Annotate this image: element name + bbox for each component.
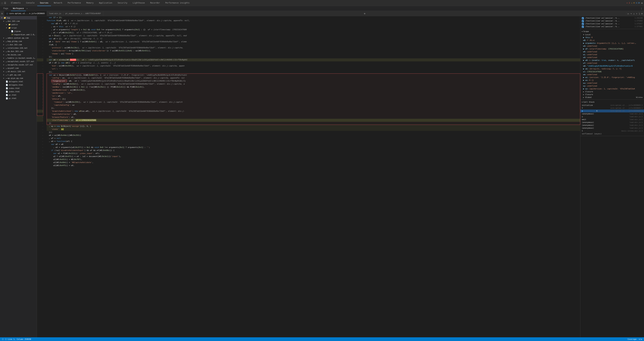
file-tab-load-min[interactable]: load.min.js <box>47 11 64 16</box>
deactivate-btn[interactable]: ⊖ <box>641 12 643 15</box>
tab-network[interactable]: Network <box>51 0 65 6</box>
sidebar-item-dun163[interactable]: ▶ ☁ dun.163.com <box>0 20 37 23</box>
watcher-item-1[interactable]: (function(){var w=['passive','d... 1:292… <box>580 17 644 20</box>
file-tab-pt-experience[interactable]: pt_experience_c...b8677592e4b98f <box>64 11 103 16</box>
sidebar-item-pc2[interactable]: 📄 pc.html <box>0 96 37 100</box>
watcher-checkbox-3[interactable] <box>582 23 584 25</box>
coverage-status: Coverage: n/a <box>628 338 642 340</box>
callstack-item-u[interactable]: u load.min.js:1 <box>580 115 644 118</box>
callstack-fn-async: setTimeout (async) <box>582 133 602 135</box>
tab-performance[interactable]: Performance <box>65 0 84 6</box>
watcher-val-3: 1:375917 <box>634 23 643 25</box>
sidebar-label: index.html <box>9 87 20 90</box>
watcher-item-2[interactable]: (function(){var w=['passive','d... 1:375… <box>580 20 644 22</box>
split-view-icon[interactable]: ⧉ <box>0 12 4 15</box>
scope-closure-1[interactable]: ▶ Closure <box>580 90 644 93</box>
sidebar-item-top[interactable]: ▼ 📁 top <box>0 16 37 20</box>
watcher-item-3[interactable]: (function(){var w=['passive','d... 1:375… <box>580 22 644 25</box>
watcher-item-4[interactable]: (function(){var w=['passive','d... 1:377… <box>580 25 644 28</box>
file-icon: 📄 <box>6 90 8 93</box>
sidebar-item-dadun163[interactable]: ▶ ☁ da.dun.163.com <box>0 50 37 53</box>
watcher-checkbox-2[interactable] <box>582 20 584 22</box>
tab-recorder[interactable]: Recorder <box>148 0 162 6</box>
sidebar-item-public[interactable]: ▶ 📁 public <box>0 23 37 26</box>
code-text-area[interactable]: var 17 = 12; function K(wB, wR) { wz = {… <box>45 16 580 167</box>
callstack-item-anon2[interactable]: (anonymous) load.min.js:1 <box>580 121 644 124</box>
callstack-item-K[interactable]: ● K core-optimi.v2....js?v=2838683:1 <box>580 110 644 112</box>
sidebar-item-tgdt[interactable]: ▶ ☁ t.gdt.qq.com <box>0 73 37 76</box>
tab-sources[interactable]: Sources <box>37 0 51 6</box>
sidebar-item-hubble[interactable]: ▶ ☁ hubble-js-bucket.nosdn.127.net <box>0 56 37 60</box>
resume-btn[interactable]: ▷ <box>628 12 629 15</box>
sidebar-item-bqq[interactable]: ▶ ☁ bqq.gtimg.com <box>0 40 37 43</box>
callstack-item-anon4[interactable]: (anonymous) load.min.js:1 <box>580 127 644 130</box>
settings-icon[interactable]: ⚙ <box>641 2 643 4</box>
tab-page[interactable]: Page <box>1 6 10 11</box>
callstack-section: ▼ Call Stack initialize core-optimi.v2..… <box>580 100 644 136</box>
callstack-title: Call Stack <box>583 101 594 103</box>
sidebar-item-neguardian[interactable]: JS neguardian.umd.1.0.0.js <box>0 33 37 36</box>
tab-memory[interactable]: Memory <box>84 0 96 6</box>
scope-local-header[interactable]: ▼ Local <box>580 33 644 36</box>
tab-perf-insights[interactable]: Performance insights <box>162 0 192 6</box>
watcher-checkbox-1[interactable] <box>582 17 584 19</box>
sidebar-item-trial[interactable]: ▼ 📁 trial <box>0 26 37 30</box>
arrow-icon: ▼ <box>6 27 8 29</box>
callstack-fn: emit <box>582 118 586 120</box>
step-out-btn[interactable]: ↑ <box>636 12 637 15</box>
status-icon: ⬡ <box>2 338 4 340</box>
sidebar-item-delegate1[interactable]: 📄 delegate.html <box>0 80 37 83</box>
callstack-item-anon3[interactable]: (anonymous) load.min.js:1 <box>580 124 644 127</box>
callstack-item-t[interactable]: t music-corona.min.js:1 <box>580 130 644 132</box>
sidebar-item-cdun163[interactable]: ▶ ☁ c.dun.163.com <box>0 43 37 46</box>
tab-elements[interactable]: Elements <box>8 0 23 6</box>
scope-global[interactable]: ▶ Global Window <box>580 96 644 99</box>
watcher-checkbox-4[interactable] <box>582 26 584 28</box>
sidebar-item-hmbaidu[interactable]: ▶ ☁ hm.baidu.com <box>0 53 37 56</box>
arrow-icon: ▶ <box>3 70 6 72</box>
sidebar-item-wpqiye[interactable]: ▶ ☁ wp.qiye.qq.com <box>0 76 37 80</box>
sidebar-menu-icon[interactable]: ⋮ <box>640 7 643 10</box>
file-icon: 📄 <box>6 87 8 90</box>
step-over-btn[interactable]: ↷ <box>630 12 632 15</box>
tab-lighthouse[interactable]: Lighthouse <box>130 0 148 6</box>
callstack-header[interactable]: ▼ Call Stack <box>580 100 644 104</box>
sidebar-item-index1[interactable]: 📄 index.html <box>0 86 37 90</box>
sidebar-item-delegate2[interactable]: 📄 delegate.html <box>0 83 37 86</box>
tab-console[interactable]: Console <box>23 0 37 6</box>
sidebar-item-qiyukf[interactable]: ▶ ☁ qiyukf.com <box>0 66 37 70</box>
sidebar-item-necaptcha[interactable]: ▶ ☁ necaptcha.nosdn.127.net <box>0 63 37 66</box>
format-icon[interactable]: ⊞ <box>364 12 365 15</box>
cloud-icon: ☁ <box>6 57 7 59</box>
code-editor[interactable]: - - - - - - - - - - - - - - - <box>37 16 580 341</box>
file-tab-core-optimi[interactable]: {} core-optimi.v2....n.js?v=2838683 <box>4 11 47 16</box>
tab-security[interactable]: Security <box>115 0 130 6</box>
callstack-item-initialize[interactable]: initialize core-optimi.v2....js?v=283868… <box>580 104 644 107</box>
scope-header[interactable]: ▼ Scope <box>580 30 644 33</box>
sidebar-item-index2[interactable]: 📄 index.html <box>0 90 37 93</box>
tab-workspace[interactable]: Workspace <box>11 6 26 11</box>
inspect-icon[interactable]: ⬚ <box>1 2 3 4</box>
status-right: Coverage: n/a <box>628 338 642 340</box>
arrow-icon: ▶ <box>3 20 6 22</box>
sidebar-item-pc1[interactable]: 📄 pc.html <box>0 93 37 96</box>
step-into-btn[interactable]: ↓ <box>633 12 634 15</box>
callstack-file: core-optimi.v2....js?v=2838683:1 <box>610 110 643 112</box>
sidebar-item-jigsaw[interactable]: 📄 jigsaw <box>0 30 37 33</box>
scope-wi: ▶ wi: {version: '2.25.0', fingerprint: '… <box>580 76 644 79</box>
right-toolbar: ✕ 2 ⚠ 4 ℹ 24 ⚙ <box>626 2 643 4</box>
callstack-item-Y[interactable]: Y core-optimi.v2....js?v=2838683:1 <box>580 107 644 110</box>
tab-application[interactable]: Application <box>96 0 115 6</box>
arrow-icon: ▶ <box>3 54 6 56</box>
callstack-item-anon1[interactable]: (anonymous) load.min.js:1 <box>580 112 644 115</box>
step-btn[interactable]: ⤵ <box>639 12 640 15</box>
more-tabs-icon[interactable]: » <box>26 8 28 10</box>
callstack-file: load.min.js:1 <box>630 116 643 118</box>
sidebar-item-s6music[interactable]: ▶ ☁ s6.music.126.net <box>0 70 37 73</box>
sidebar-item-cstaticdun[interactable]: ▶ ☁ cstaticdun.126.net <box>0 46 37 50</box>
callstack-item-emit[interactable]: emit load.min.js:1 <box>580 118 644 121</box>
sidebar-item-necaptcha1[interactable]: ▶ ☁ necaptcha1.nosdn.127.net <box>0 60 37 63</box>
sidebar-item-admin-qidian[interactable]: ▶ ☁ admin.qidian.qq.com <box>0 36 37 40</box>
device-icon[interactable]: ☰ <box>4 2 6 4</box>
scope-closure-2[interactable]: ▶ Closure <box>580 93 644 96</box>
